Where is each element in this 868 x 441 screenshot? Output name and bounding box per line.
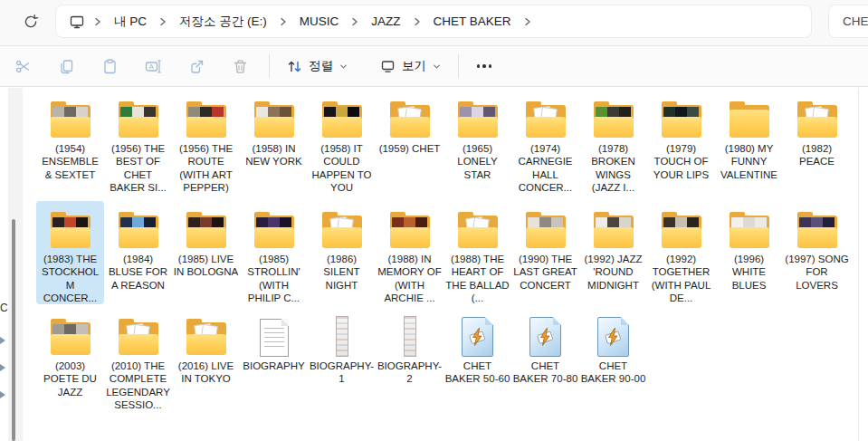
folder-icon (660, 101, 703, 139)
file-item[interactable]: BIOGRAPHY-1 (308, 308, 376, 386)
file-item[interactable]: (1956) THE BEST OF CHET BAKER SI... (104, 91, 172, 194)
address-bar[interactable]: 내 PC저장소 공간 (E:)MUSICJAZZCHET BAKER (56, 5, 811, 37)
playlist-file-icon (529, 317, 561, 357)
breadcrumb-item[interactable]: MUSIC (292, 11, 347, 32)
top-chrome: 내 PC저장소 공간 (E:)MUSICJAZZCHET BAKER CHE (0, 0, 868, 45)
breadcrumb-item[interactable]: 저장소 공간 (E:) (172, 10, 274, 34)
item-label: (2003) POETE DU JAZZ (38, 360, 103, 398)
file-item[interactable]: BIOGRAPHY-2 (376, 308, 444, 386)
file-item[interactable]: (1954) ENSEMBLE & SEXTET (36, 91, 104, 181)
folder-icon (320, 101, 364, 139)
tree-expand-chevron-icon[interactable] (0, 364, 5, 371)
file-item[interactable]: (1986) SILENT NIGHT (308, 201, 376, 292)
folder-icon (388, 101, 432, 139)
item-label: (1954) ENSEMBLE & SEXTET (38, 142, 103, 181)
breadcrumb-item[interactable]: 내 PC (107, 10, 154, 34)
file-item[interactable]: (1992) JAZZ 'ROUND MIDNIGHT (579, 201, 647, 292)
folder-icon (185, 212, 228, 250)
file-item[interactable]: (1988) IN MEMORY OF (WITH ARCHIE ... (376, 201, 444, 304)
item-label: CHET BAKER 50-60 (445, 360, 510, 386)
tree-expand-chevron-icon[interactable] (0, 337, 5, 344)
item-label: (2010) THE COMPLETE LEGENDARY SESSIO... (106, 360, 171, 411)
playlist-file-icon (462, 317, 493, 357)
nav-scrollbar-thumb[interactable] (12, 219, 15, 441)
item-label: (1988) THE HEART OF THE BALLAD (... (445, 253, 510, 304)
delete-icon (232, 58, 249, 75)
breadcrumb-item[interactable]: JAZZ (364, 11, 407, 32)
item-label: (1956) THE BEST OF CHET BAKER SI... (106, 142, 171, 194)
folder-icon (524, 212, 568, 250)
item-label: (1983) THE STOCKHOLM CONCER... (38, 253, 103, 304)
sort-icon (286, 58, 303, 75)
folder-icon (49, 319, 92, 357)
search-box[interactable]: CHE (829, 5, 868, 37)
delete-button[interactable] (218, 50, 262, 82)
item-label: (1974) CARNEGIE HALL CONCER... (513, 142, 578, 194)
cut-button[interactable] (1, 50, 44, 82)
file-item[interactable]: (2016) LIVE IN TOKYO (172, 308, 240, 386)
file-item[interactable]: (1956) THE ROUTE (WITH ART PEPPER) (172, 91, 240, 194)
file-item[interactable]: (1965) LONELY STAR (444, 91, 511, 181)
image-thumbnail-icon (404, 316, 416, 357)
file-item[interactable]: (1978) BROKEN WINGS (JAZZ I... (579, 91, 647, 194)
file-item[interactable]: (1992) TOGETHER (WITH PAUL DE... (647, 201, 715, 304)
view-button[interactable]: 보기 (370, 53, 451, 81)
folder-icon (388, 212, 432, 250)
file-grid: (1954) ENSEMBLE & SEXTET(1956) THE BEST … (36, 91, 851, 427)
item-label: (1956) THE ROUTE (WITH ART PEPPER) (174, 142, 239, 194)
item-label: (1992) JAZZ 'ROUND MIDNIGHT (581, 253, 646, 292)
copy-icon (58, 58, 75, 75)
sort-button[interactable]: 정렬 (277, 53, 358, 81)
search-input-text: CHE (843, 14, 868, 28)
file-item[interactable]: (1980) MY FUNNY VALENTINE (715, 91, 783, 181)
file-item[interactable]: CHET BAKER 50-60 (444, 308, 511, 386)
file-item[interactable]: (1990) THE LAST GREAT CONCERT (511, 201, 579, 292)
item-label: (1990) THE LAST GREAT CONCERT (513, 253, 578, 292)
folder-icon (49, 101, 92, 139)
item-label: (1958) IN NEW YORK (242, 142, 307, 168)
copy-button[interactable] (44, 50, 88, 82)
file-item[interactable]: (1979) TOUCH OF YOUR LIPS (647, 91, 715, 181)
file-item[interactable]: (1997) SONG FOR LOVERS (783, 201, 851, 292)
file-item[interactable]: (1985) LIVE IN BOLOGNA (172, 201, 240, 279)
breadcrumb-chevron-icon (157, 16, 168, 27)
file-item[interactable]: (1983) THE STOCKHOLM CONCER... (36, 201, 104, 304)
paste-button[interactable] (88, 50, 131, 82)
folder-icon (253, 212, 296, 250)
share-button[interactable] (175, 50, 218, 82)
file-item[interactable]: BIOGRAPHY (240, 308, 308, 372)
file-item[interactable]: (2010) THE COMPLETE LEGENDARY SESSIO... (104, 308, 172, 411)
file-item[interactable]: (1982) PEACE (783, 91, 851, 168)
nav-scrollbar-track[interactable] (8, 88, 23, 441)
breadcrumb-chevron-icon (412, 16, 423, 27)
more-options-button[interactable] (466, 50, 502, 82)
toolbar-separator (269, 54, 270, 78)
file-item[interactable]: (1958) IN NEW YORK (240, 91, 308, 168)
refresh-button[interactable] (20, 11, 42, 33)
file-item[interactable]: (1996) WHITE BLUES (715, 201, 783, 292)
item-label: (1996) WHITE BLUES (717, 253, 782, 292)
folder-icon (456, 101, 500, 139)
folder-icon (796, 101, 839, 139)
file-item[interactable]: CHET BAKER 70-80 (511, 308, 579, 386)
file-item[interactable]: (1985) STROLLIN' (WITH PHILIP C... (240, 201, 308, 304)
file-item[interactable]: (1974) CARNEGIE HALL CONCER... (511, 91, 579, 194)
item-label: BIOGRAPHY (243, 360, 304, 372)
playlist-file-icon (597, 317, 629, 357)
file-item[interactable]: (1984) BLUSE FOR A REASON (104, 201, 172, 292)
file-item[interactable]: (1988) THE HEART OF THE BALLAD (... (444, 201, 511, 304)
folder-icon (185, 319, 228, 357)
file-item[interactable]: (1959) CHET (376, 91, 444, 155)
item-label: (1959) CHET (379, 142, 441, 155)
chevron-down-icon (432, 62, 442, 72)
rename-button[interactable]: A (131, 50, 175, 82)
item-label: CHET BAKER 70-80 (513, 360, 578, 386)
tree-expand-chevron-icon[interactable] (0, 391, 5, 398)
breadcrumb-item[interactable]: CHET BAKER (426, 11, 519, 32)
file-item[interactable]: (2003) POETE DU JAZZ (36, 308, 104, 398)
item-label: (1979) TOUCH OF YOUR LIPS (649, 142, 714, 181)
file-item[interactable]: CHET BAKER 90-00 (579, 308, 647, 386)
file-item[interactable]: (1958) IT COULD HAPPEN TO YOU (308, 91, 376, 194)
folder-icon (524, 101, 568, 139)
item-label: (1984) BLUSE FOR A REASON (106, 253, 171, 292)
